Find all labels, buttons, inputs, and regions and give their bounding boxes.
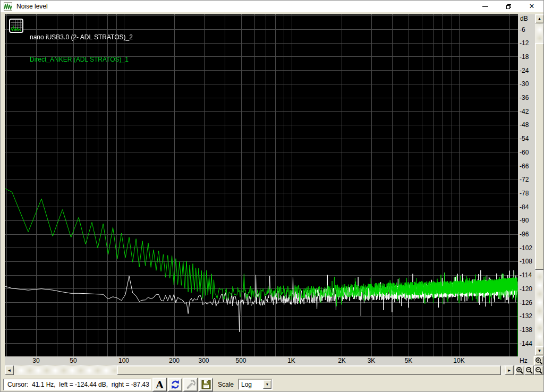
arrow-right-icon: ► bbox=[507, 368, 512, 373]
y-tick-label: -114 bbox=[520, 271, 532, 279]
y-tick-label: -18 bbox=[520, 53, 529, 61]
wrench-icon bbox=[185, 379, 196, 390]
y-tick-label: -132 bbox=[520, 312, 532, 320]
scale-value: Log bbox=[241, 381, 252, 388]
y-tick-label: -90 bbox=[520, 217, 529, 224]
font-button[interactable]: A bbox=[152, 378, 167, 391]
restore-button[interactable] bbox=[497, 1, 520, 12]
vertical-scrollbar-thumb[interactable] bbox=[535, 43, 544, 270]
y-tick-label: -78 bbox=[520, 190, 529, 197]
app-icon bbox=[4, 2, 12, 11]
combo-dropdown-button[interactable]: ▼ bbox=[263, 380, 271, 389]
y-tick-label: -126 bbox=[520, 299, 532, 306]
x-tick-label: 3K bbox=[368, 357, 376, 364]
y-tick-label: -60 bbox=[520, 149, 529, 156]
x-axis-unit: Hz bbox=[518, 356, 533, 365]
y-tick-label: -138 bbox=[520, 326, 532, 334]
y-tick-label: -48 bbox=[520, 121, 529, 129]
x-tick-label: 300 bbox=[199, 357, 209, 364]
plot-area[interactable]: nano iUSB3.0 (2- ADL STRATOS)_2 Direct_A… bbox=[5, 14, 518, 356]
y-tick-label: -12 bbox=[520, 39, 529, 47]
y-tick-label: -66 bbox=[520, 163, 529, 170]
close-icon: × bbox=[529, 2, 534, 11]
close-button[interactable]: × bbox=[520, 1, 543, 12]
y-tick-label: -96 bbox=[520, 231, 529, 238]
zoom-in-icon bbox=[516, 367, 524, 374]
titlebar[interactable]: Noise level × bbox=[1, 1, 543, 12]
scale-label: Scale bbox=[218, 381, 234, 388]
arrow-up-icon: ▲ bbox=[538, 16, 542, 21]
legend-labels: nano iUSB3.0 (2- ADL STRATOS)_2 Direct_A… bbox=[30, 19, 133, 78]
y-axis: dB -6-12-18-24-30-36-42-48-54-60-66-72-7… bbox=[518, 14, 535, 356]
y-tick-label: -84 bbox=[520, 203, 529, 211]
y-tick-label: -102 bbox=[520, 244, 532, 252]
zoom-out-vertical-button[interactable] bbox=[534, 365, 543, 375]
horizontal-scrollbar-track[interactable] bbox=[14, 365, 505, 375]
y-tick-label: -6 bbox=[520, 26, 525, 33]
legend-series2-label: Direct_ANKER (ADL STRATOS)_1 bbox=[30, 56, 133, 63]
scroll-up-button[interactable]: ▲ bbox=[535, 14, 544, 23]
zoom-in-horizontal-button[interactable] bbox=[515, 365, 524, 375]
refresh-button[interactable] bbox=[168, 378, 182, 391]
scroll-left-button[interactable]: ◄ bbox=[5, 365, 14, 375]
x-axis: 30501002003005001K2K3K5K10K bbox=[5, 356, 518, 365]
x-tick-label: 1K bbox=[287, 357, 295, 364]
horizontal-scrollbar[interactable]: ◄ ► bbox=[5, 365, 514, 375]
vertical-scrollbar-track[interactable] bbox=[535, 23, 544, 346]
arrow-left-icon: ◄ bbox=[7, 368, 12, 373]
y-tick-label: -120 bbox=[520, 285, 532, 293]
save-button[interactable] bbox=[199, 378, 213, 391]
x-tick-label: 30 bbox=[32, 357, 39, 364]
y-tick-label: -36 bbox=[520, 94, 529, 101]
save-floppy-icon bbox=[201, 379, 211, 390]
restore-icon bbox=[506, 4, 511, 9]
y-tick-label: -24 bbox=[520, 67, 529, 74]
spectrum-mode-button[interactable] bbox=[9, 19, 23, 33]
setup-button[interactable] bbox=[183, 378, 198, 391]
x-tick-label: 100 bbox=[118, 357, 129, 364]
zoom-in-vertical-button[interactable] bbox=[534, 356, 543, 365]
zoom-in-icon bbox=[535, 357, 543, 365]
zoom-out-icon bbox=[535, 367, 543, 374]
noise-level-window: Noise level × nano iUSB3.0 (2- ADL STRAT… bbox=[0, 0, 544, 392]
arrow-down-icon: ▼ bbox=[538, 348, 542, 353]
minimize-button[interactable] bbox=[473, 1, 497, 12]
y-tick-label: -144 bbox=[520, 340, 532, 347]
x-tick-label: 500 bbox=[236, 357, 246, 364]
horizontal-scrollbar-thumb[interactable] bbox=[117, 365, 501, 375]
y-tick-label: -72 bbox=[520, 176, 529, 183]
legend: nano iUSB3.0 (2- ADL STRATOS)_2 Direct_A… bbox=[9, 19, 133, 78]
x-tick-label: 2K bbox=[338, 357, 346, 364]
scroll-down-button[interactable]: ▼ bbox=[535, 346, 544, 355]
x-tick-label: 10K bbox=[453, 357, 464, 364]
minimize-icon bbox=[482, 6, 488, 7]
refresh-icon bbox=[170, 379, 181, 390]
cursor-readout: Cursor: 41.1 Hz, left = -124.44 dB, righ… bbox=[3, 379, 151, 390]
zoom-out-icon bbox=[525, 367, 533, 374]
y-axis-unit: dB bbox=[520, 15, 528, 22]
x-tick-label: 5K bbox=[405, 357, 413, 364]
scroll-right-button[interactable]: ► bbox=[505, 365, 514, 375]
y-tick-label: -54 bbox=[520, 135, 529, 142]
zoom-out-horizontal-button[interactable] bbox=[524, 365, 534, 375]
window-title: Noise level bbox=[16, 3, 48, 10]
y-tick-label: -30 bbox=[520, 80, 529, 88]
y-tick-label: -108 bbox=[520, 258, 532, 265]
legend-series1-label: nano iUSB3.0 (2- ADL STRATOS)_2 bbox=[30, 33, 133, 41]
x-tick-label: 50 bbox=[70, 357, 76, 364]
x-tick-label: 200 bbox=[169, 357, 180, 364]
scale-combobox[interactable]: Log ▼ bbox=[238, 379, 273, 390]
vertical-scrollbar[interactable]: ▲ ▼ bbox=[535, 14, 544, 355]
chevron-down-icon: ▼ bbox=[266, 382, 269, 386]
y-tick-label: -42 bbox=[520, 108, 529, 115]
font-icon: A bbox=[156, 380, 164, 390]
